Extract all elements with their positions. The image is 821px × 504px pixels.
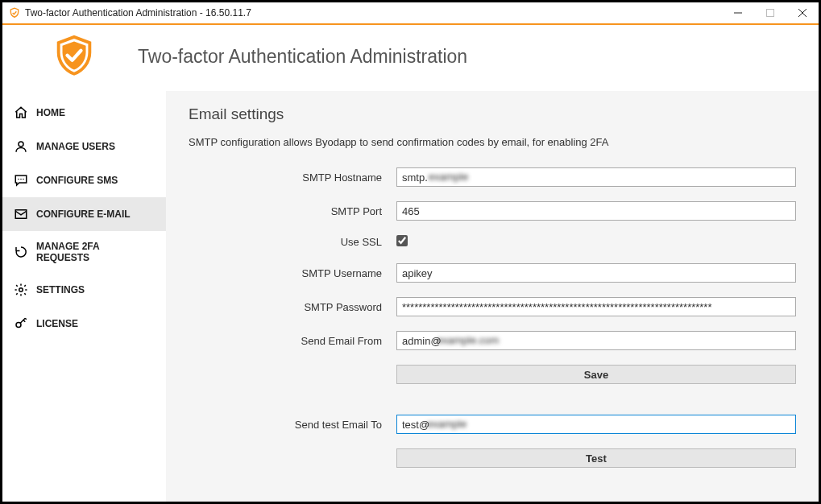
use-ssl-checkbox[interactable] (396, 235, 408, 246)
label-smtp-username: SMTP Username (189, 267, 396, 279)
window-title: Two-factor Authentication Administration… (25, 7, 722, 19)
sidebar-item-manage-users[interactable]: MANAGE USERS (2, 130, 166, 163)
smtp-password-input[interactable] (396, 297, 796, 316)
home-icon (14, 105, 28, 120)
svg-point-7 (23, 179, 24, 180)
content-pane: Email settings SMTP configuration allows… (166, 91, 819, 502)
sidebar-item-configure-email[interactable]: CONFIGURE E-MAIL (2, 197, 166, 231)
row-smtp-hostname: SMTP Hostname example (189, 167, 796, 187)
sidebar-item-configure-sms[interactable]: CONFIGURE SMS (2, 163, 166, 197)
history-icon (14, 245, 28, 259)
row-test-to: Send test Email To example (189, 415, 796, 434)
sidebar-item-label: MANAGE 2FA REQUESTS (36, 241, 155, 263)
key-icon (14, 316, 28, 331)
minimize-button[interactable] (722, 2, 754, 24)
save-button[interactable]: Save (396, 365, 796, 384)
smtp-port-input[interactable] (396, 201, 796, 221)
mail-icon (14, 207, 28, 221)
label-use-ssl: Use SSL (189, 236, 396, 248)
gear-icon (14, 283, 28, 297)
sidebar-item-license[interactable]: LICENSE (2, 307, 166, 341)
row-save-button: Save (189, 365, 796, 384)
row-use-ssl: Use SSL (189, 235, 796, 249)
sidebar-item-label: SETTINGS (36, 284, 85, 295)
sidebar-item-label: LICENSE (36, 318, 78, 329)
sidebar-item-settings[interactable]: SETTINGS (2, 273, 166, 307)
test-to-hidden-text: example (427, 418, 466, 430)
sidebar: HOME MANAGE USERS CONFIGURE SMS CONFIGUR… (2, 91, 166, 502)
logo-shield-icon (51, 33, 97, 80)
page-title: Email settings (189, 105, 796, 123)
sidebar-item-manage-2fa-requests[interactable]: MANAGE 2FA REQUESTS (2, 231, 166, 273)
svg-point-5 (18, 179, 19, 180)
svg-point-9 (19, 288, 23, 292)
message-icon (14, 173, 28, 188)
label-smtp-port: SMTP Port (189, 205, 396, 217)
app-shield-icon (9, 7, 20, 19)
test-button[interactable]: Test (396, 448, 796, 468)
svg-point-4 (19, 142, 23, 147)
svg-point-10 (16, 323, 21, 328)
body: HOME MANAGE USERS CONFIGURE SMS CONFIGUR… (2, 91, 819, 502)
label-smtp-password: SMTP Password (189, 301, 396, 313)
page-subtitle: SMTP configuration allows Byodapp to sen… (189, 136, 796, 148)
row-smtp-username: SMTP Username (189, 263, 796, 283)
person-icon (14, 139, 28, 154)
label-test-to: Send test Email To (189, 419, 396, 431)
svg-point-6 (20, 179, 22, 180)
close-button[interactable] (786, 2, 819, 24)
maximize-button[interactable] (754, 2, 786, 24)
row-test-button: Test (189, 448, 796, 468)
header-title: Two-factor Authentication Administration (138, 46, 467, 68)
app-window: Two-factor Authentication Administration… (2, 2, 819, 502)
row-smtp-password: SMTP Password (189, 297, 796, 316)
hostname-hidden-text: example (429, 171, 468, 183)
row-send-from: Send Email From example.com (189, 331, 796, 350)
header-banner: Two-factor Authentication Administration (2, 25, 819, 91)
sidebar-item-home[interactable]: HOME (2, 96, 166, 130)
titlebar: Two-factor Authentication Administration… (2, 2, 819, 25)
label-send-from: Send Email From (189, 335, 396, 347)
label-smtp-hostname: SMTP Hostname (189, 171, 396, 184)
from-hidden-text: example.com (437, 334, 499, 346)
sidebar-item-label: MANAGE USERS (36, 141, 115, 152)
smtp-username-input[interactable] (396, 263, 796, 283)
sidebar-item-label: CONFIGURE SMS (36, 175, 118, 186)
sidebar-item-label: CONFIGURE E-MAIL (36, 209, 131, 220)
svg-rect-1 (767, 10, 774, 17)
row-smtp-port: SMTP Port (189, 201, 796, 221)
sidebar-item-label: HOME (36, 107, 65, 118)
